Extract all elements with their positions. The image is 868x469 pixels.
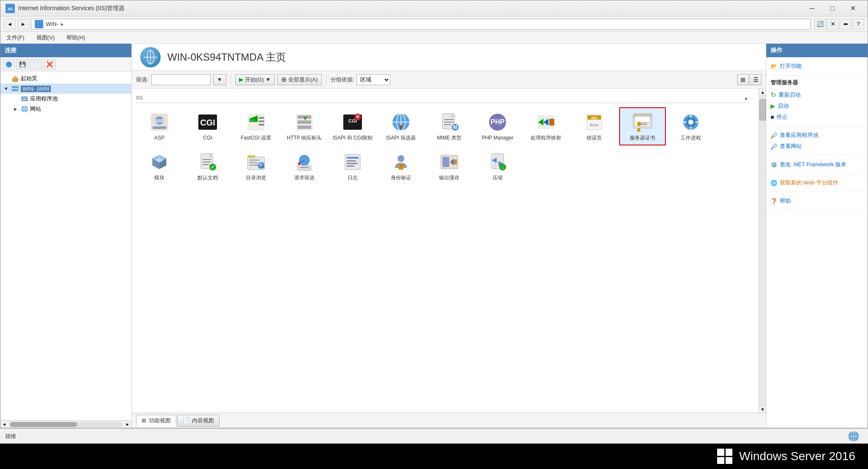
scroll-left-btn[interactable]: ◄	[0, 422, 8, 427]
icon-mime[interactable]: M MIME 类型	[426, 107, 473, 145]
view-sites-action[interactable]: 🔎 查看网站	[771, 141, 863, 152]
feature-view-icon: ⊞	[142, 417, 146, 424]
main-header-icon	[140, 47, 161, 67]
icon-error-page[interactable]: 404 Error 错误页	[571, 107, 618, 145]
connect-server-button[interactable]: 🌐	[3, 59, 15, 70]
scroll-up-btn[interactable]: ▲	[759, 89, 766, 96]
svg-point-9	[17, 89, 18, 91]
stop-icon: ■	[771, 114, 774, 120]
default-doc-icon-img: ✓	[197, 151, 219, 173]
icon-compress[interactable]: ↓ 压缩	[474, 147, 521, 185]
back-button[interactable]: ◄	[4, 19, 16, 30]
show-all-button[interactable]: ⊕ 全部显示(A)	[277, 74, 321, 85]
icon-auth[interactable]: 身份验证	[378, 147, 424, 185]
delete-button[interactable]: ❌	[44, 59, 56, 70]
icon-module[interactable]: 模块	[136, 147, 183, 185]
content-view-tab[interactable]: 📄 内容视图	[177, 415, 220, 427]
icon-worker-process[interactable]: 工作进程	[668, 107, 714, 145]
svg-rect-29	[259, 117, 264, 119]
svg-text:↓: ↓	[501, 164, 504, 170]
group-select[interactable]: 区域	[356, 74, 390, 85]
back-nav-button[interactable]: ⬅	[840, 19, 851, 30]
get-platform-action[interactable]: 🌐 获取新的 Web 平台组件	[771, 177, 863, 188]
feature-view-label: 功能视图	[149, 417, 171, 424]
right-panel-header: 操作	[766, 44, 868, 57]
auth-label: 身份验证	[391, 175, 411, 181]
svg-rect-104	[347, 160, 356, 162]
tree-item-home[interactable]: 起始页	[0, 73, 131, 84]
svg-rect-70	[637, 131, 641, 131]
change-framework-action[interactable]: ⚙️ 更改 .NET Framework 版本	[771, 159, 863, 170]
icon-server-cert[interactable]: 服务器证书	[619, 107, 666, 145]
nav-actions: 🔄 ✕ ⬅ ?	[814, 19, 864, 30]
close-button[interactable]: ✕	[843, 2, 862, 15]
main-scrollbar: ▲ ▼	[759, 89, 766, 413]
icon-php[interactable]: PHP PHP Manager	[474, 107, 521, 145]
svg-text:P: P	[23, 98, 25, 101]
svg-text:Error: Error	[590, 123, 598, 127]
maximize-button[interactable]: □	[823, 2, 842, 15]
list-view-button[interactable]: ☰	[750, 74, 762, 85]
start-label: 启动	[778, 102, 789, 110]
save-button[interactable]: 💾	[17, 59, 28, 70]
view-sites-label: 查看网站	[780, 142, 802, 150]
http-resp-label: HTTP 响应标头	[287, 135, 322, 142]
server-cert-icon-img	[632, 111, 654, 133]
refresh-button[interactable]: 🔄	[814, 19, 826, 30]
stop-action[interactable]: ■ 停止	[771, 112, 863, 123]
icon-fastcgi[interactable]: FastCGI 设置	[233, 107, 279, 145]
icon-request-filter[interactable]: 请求筛选	[281, 147, 328, 185]
svg-rect-111	[442, 157, 449, 167]
help-action[interactable]: ❓ 帮助	[771, 195, 863, 207]
icon-output-cache[interactable]: 输出缓存	[426, 147, 473, 185]
view-app-pool-action[interactable]: 🔎 查看应用程序池	[771, 130, 863, 141]
restart-action[interactable]: ↻ 重新启动	[771, 89, 863, 100]
scroll-down-btn[interactable]: ▼	[759, 405, 766, 413]
start-button[interactable]: ▶ 开始(G) ▼	[235, 74, 275, 85]
status-icon	[848, 430, 860, 442]
tree-item-sites[interactable]: ► 网站	[0, 104, 131, 114]
win-logo-icon	[717, 449, 732, 464]
help-nav-button[interactable]: ?	[852, 19, 864, 30]
menu-help[interactable]: 帮助(H)	[64, 33, 88, 42]
new-button[interactable]: 📄	[30, 59, 42, 70]
section-collapse[interactable]: ▲	[744, 95, 748, 100]
view-sites-icon: 🔎	[771, 143, 777, 150]
minimize-button[interactable]: ─	[802, 2, 822, 15]
expand-sites-icon: ►	[13, 106, 19, 112]
php-icon-img: PHP	[487, 111, 509, 133]
icon-log[interactable]: 日志	[329, 147, 376, 185]
php-label: PHP Manager	[481, 135, 513, 142]
menu-view[interactable]: 视图(V)	[34, 33, 57, 42]
stop-button[interactable]: ✕	[827, 19, 839, 30]
icon-isapi-cgi[interactable]: CGI × ISAPI 和 CGI限制	[329, 107, 376, 145]
svg-text:🔍: 🔍	[258, 162, 264, 168]
icon-isapi-filter[interactable]: ISAPI 筛选器	[378, 107, 424, 145]
get-label: 获取新的 Web 平台组件	[780, 179, 838, 187]
scroll-right-btn[interactable]: ►	[124, 422, 131, 427]
get-icon: 🌐	[771, 180, 777, 186]
tree-item-app-pool[interactable]: P 应用程序池	[0, 94, 131, 104]
address-bar[interactable]: WIN- ►	[31, 19, 811, 30]
filter-input[interactable]	[151, 74, 211, 85]
default-doc-label: 默认文档	[198, 175, 218, 181]
fastcgi-label: FastCGI 设置	[241, 135, 271, 142]
filter-dropdown[interactable]: ▼	[213, 74, 226, 85]
svg-text:IIS: IIS	[8, 7, 12, 11]
menu-file[interactable]: 文件(F)	[4, 33, 27, 42]
icon-http-resp[interactable]: HTTP 响应标头	[281, 107, 328, 145]
address-text: WIN-	[46, 21, 58, 27]
icon-cgi[interactable]: CGI CGI	[184, 107, 231, 145]
open-feature-action[interactable]: 📂 打开功能	[771, 61, 863, 72]
icon-handler-map[interactable]: 处理程序映射	[523, 107, 569, 145]
svg-text:CGI: CGI	[200, 118, 215, 127]
forward-button[interactable]: ►	[17, 19, 29, 30]
icon-default-doc[interactable]: ✓ 默认文档	[184, 147, 231, 185]
bottom-tabs: ⊞ 功能视图 📄 内容视图	[132, 413, 766, 428]
icon-dir-browse[interactable]: 🔍 目录浏览	[233, 147, 279, 185]
icon-asp[interactable]: ASP ASP	[136, 107, 183, 145]
start-action[interactable]: ▶ 启动	[771, 100, 863, 112]
tile-view-button[interactable]: ⊞	[737, 74, 749, 85]
feature-view-tab[interactable]: ⊞ 功能视图	[136, 415, 176, 427]
tree-item-server[interactable]: ▼ WIN- (WIN	[0, 84, 131, 94]
